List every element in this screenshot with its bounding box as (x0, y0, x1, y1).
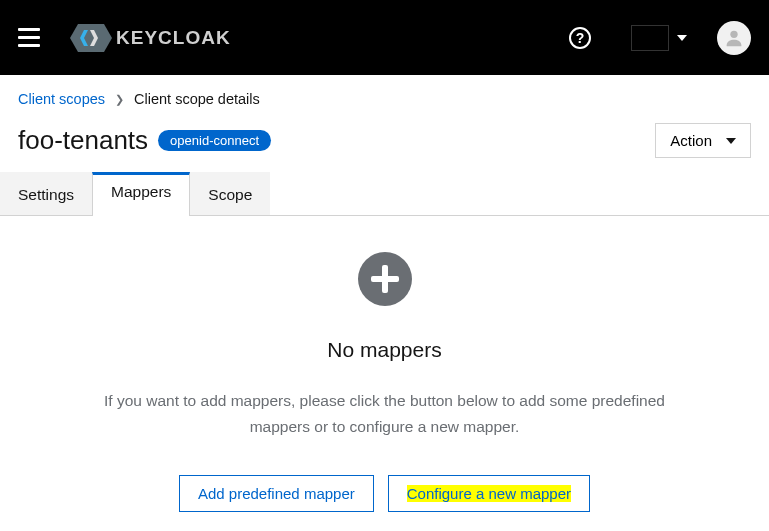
tab-mappers[interactable]: Mappers (92, 172, 190, 216)
configure-new-mapper-button[interactable]: Configure a new mapper (388, 475, 590, 512)
protocol-badge: openid-connect (158, 130, 271, 151)
tabs: Settings Mappers Scope (0, 172, 769, 216)
breadcrumb-current: Client scope details (134, 91, 260, 107)
page-title: foo-tenants (18, 125, 148, 156)
top-header: KEYCLOAK ? (0, 0, 769, 75)
svg-marker-0 (70, 24, 112, 52)
realm-box (631, 25, 669, 51)
caret-down-icon (726, 138, 736, 144)
empty-heading: No mappers (40, 338, 729, 362)
keycloak-logo[interactable]: KEYCLOAK (70, 24, 231, 52)
logo-text: KEYCLOAK (116, 27, 231, 49)
empty-state: No mappers If you want to add mappers, p… (0, 216, 769, 512)
breadcrumb: Client scopes ❯ Client scope details (0, 75, 769, 121)
configure-new-mapper-label: Configure a new mapper (407, 485, 571, 502)
tab-settings[interactable]: Settings (0, 172, 92, 215)
breadcrumb-parent-link[interactable]: Client scopes (18, 91, 105, 107)
chevron-down-icon (677, 35, 687, 41)
chevron-right-icon: ❯ (115, 93, 124, 106)
action-dropdown[interactable]: Action (655, 123, 751, 158)
title-row: foo-tenants openid-connect Action (0, 121, 769, 172)
logo-mark-icon (70, 24, 112, 52)
user-avatar[interactable] (717, 21, 751, 55)
tab-scope[interactable]: Scope (190, 172, 270, 215)
help-icon[interactable]: ? (569, 27, 591, 49)
svg-point-3 (730, 30, 737, 37)
empty-description: If you want to add mappers, please click… (85, 388, 685, 439)
empty-actions: Add predefined mapper Configure a new ma… (40, 475, 729, 512)
plus-circle-icon (358, 252, 412, 306)
add-predefined-mapper-button[interactable]: Add predefined mapper (179, 475, 374, 512)
action-label: Action (670, 132, 712, 149)
realm-selector[interactable] (631, 25, 687, 51)
hamburger-menu-icon[interactable] (18, 28, 40, 47)
